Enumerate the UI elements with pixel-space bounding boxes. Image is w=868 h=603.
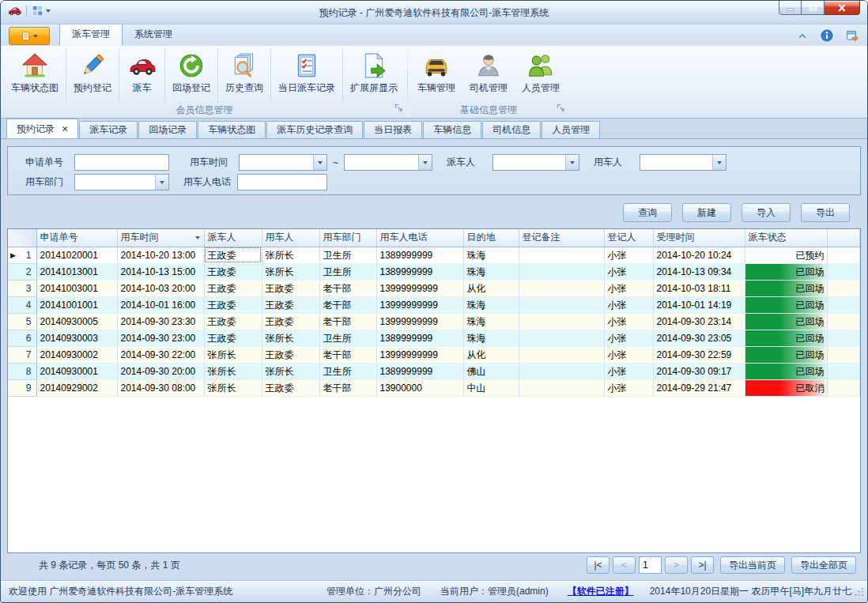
cell-registrar[interactable]: 小张 (604, 263, 653, 280)
column-filter-arrow-icon[interactable] (195, 236, 200, 239)
row-number-cell[interactable]: 2 (8, 263, 36, 280)
row-number-cell[interactable]: 3 (8, 280, 36, 296)
cell-dest[interactable]: 中山 (463, 379, 519, 396)
export-all-pages-button[interactable]: 导出全部页 (791, 556, 856, 574)
time-to-combo[interactable] (344, 154, 432, 171)
cell-registrar[interactable]: 小张 (604, 313, 653, 330)
dept-combo[interactable] (74, 174, 169, 190)
cell-user[interactable]: 张所长 (262, 247, 319, 263)
cell-user[interactable]: 王政委 (262, 346, 319, 363)
cell-dept[interactable]: 卫生所 (319, 330, 376, 346)
row-number-cell[interactable]: 9 (8, 379, 36, 396)
cell-user[interactable]: 王政委 (262, 296, 319, 313)
cell-phone[interactable]: 13999999999 (376, 296, 463, 313)
cell-dept[interactable]: 卫生所 (319, 363, 376, 379)
column-header-user[interactable]: 用车人 (262, 229, 319, 247)
minimize-button[interactable] (779, 0, 802, 15)
column-header-phone[interactable]: 用车人电话 (376, 229, 463, 247)
first-page-button[interactable]: |< (587, 556, 609, 574)
ribbon-button-history-query[interactable]: 历史查询 (217, 48, 270, 103)
cell-dispatcher[interactable]: 王政委 (204, 313, 262, 330)
ribbon-button-today-dispatch-records[interactable]: 当日派车记录 (270, 48, 342, 103)
cell-phone[interactable]: 13999999999 (376, 313, 463, 330)
cell-remark[interactable] (519, 263, 604, 280)
cell-phone[interactable]: 1389999999 (376, 263, 463, 280)
dispatcher-value[interactable] (493, 155, 565, 170)
cell-time[interactable]: 2014-10-03 20:00 (117, 280, 204, 296)
cell-remark[interactable] (519, 247, 604, 263)
cell-dest[interactable]: 从化 (463, 346, 519, 363)
export-current-page-button[interactable]: 导出当前页 (720, 556, 785, 574)
cell-accepted[interactable]: 2014-09-30 23:05 (653, 330, 745, 346)
ribbon-button-reservation-register[interactable]: 预约登记 (66, 48, 119, 103)
row-number-cell[interactable]: 4 (8, 296, 36, 313)
doc-tab-2[interactable]: 派车记录 (79, 121, 138, 138)
cell-user[interactable]: 张所长 (262, 363, 319, 379)
license-registered-link[interactable]: 【软件已注册】 (568, 585, 634, 598)
cell-accepted[interactable]: 2014-09-30 23:14 (653, 313, 745, 330)
export-button[interactable]: 导出 (801, 203, 850, 222)
cell-dest[interactable]: 珠海 (463, 263, 519, 280)
cell-remark[interactable] (519, 296, 604, 313)
doc-tab-3[interactable]: 回场记录 (138, 121, 197, 138)
last-page-button[interactable]: >| (691, 556, 714, 574)
close-tab-icon[interactable]: × (62, 125, 68, 133)
about-window-icon[interactable] (846, 29, 859, 42)
cell-order[interactable]: 20140930005 (36, 313, 117, 330)
cell-status[interactable]: 已回场 (745, 280, 827, 296)
doc-tab-1[interactable]: 预约记录× (6, 119, 78, 138)
cell-remark[interactable] (519, 379, 604, 396)
cell-phone[interactable]: 1389999999 (376, 247, 463, 263)
cell-phone[interactable]: 1389999999 (376, 363, 463, 379)
user-phone-input[interactable] (237, 174, 327, 190)
cell-time[interactable]: 2014-09-30 23:00 (117, 330, 204, 346)
dispatcher-combo[interactable] (492, 154, 579, 171)
cell-time[interactable]: 2014-10-13 15:00 (117, 263, 204, 280)
cell-status[interactable]: 已取消 (745, 379, 827, 396)
cell-registrar[interactable]: 小张 (604, 330, 653, 346)
column-header-order[interactable]: 申请单号 (36, 229, 117, 247)
cell-dept[interactable]: 老干部 (319, 346, 376, 363)
time-from-value[interactable] (240, 155, 313, 170)
cell-accepted[interactable]: 2014-10-01 14:19 (653, 296, 745, 313)
new-button[interactable]: 新建 (682, 203, 731, 222)
cell-time[interactable]: 2014-10-01 16:00 (117, 296, 204, 313)
column-header-time[interactable]: 用车时间 (117, 229, 204, 247)
ribbon-button-extended-screen[interactable]: 扩展屏显示 (342, 48, 405, 103)
cell-time[interactable]: 2014-09-30 22:00 (117, 346, 204, 363)
column-header-remark[interactable]: 登记备注 (519, 229, 604, 247)
combo-dropdown-button[interactable] (565, 155, 579, 170)
doc-tab-5[interactable]: 派车历史记录查询 (266, 121, 363, 138)
dialog-launcher-icon[interactable] (394, 104, 403, 115)
cell-user[interactable]: 王政委 (262, 280, 319, 296)
cell-registrar[interactable]: 小张 (604, 280, 653, 296)
cell-user[interactable]: 张所长 (262, 263, 319, 280)
cell-dept[interactable]: 卫生所 (319, 263, 376, 280)
cell-status[interactable]: 已回场 (745, 330, 827, 346)
close-button[interactable] (825, 0, 860, 15)
cell-phone[interactable]: 13999999999 (376, 346, 463, 363)
combo-dropdown-button[interactable] (313, 155, 326, 170)
order-no-input[interactable] (74, 154, 169, 171)
cell-registrar[interactable]: 小张 (604, 247, 653, 263)
row-number-cell[interactable]: 7 (8, 346, 36, 363)
column-header-registrar[interactable]: 登记人 (604, 229, 653, 247)
cell-dept[interactable]: 老干部 (319, 313, 376, 330)
application-menu-button[interactable] (9, 27, 50, 45)
combo-dropdown-button[interactable] (712, 155, 726, 170)
page-number-input[interactable] (639, 556, 662, 574)
cell-status[interactable]: 已回场 (745, 363, 827, 379)
cell-time[interactable]: 2014-10-20 13:00 (117, 247, 204, 263)
cell-dispatcher[interactable]: 王政委 (204, 296, 262, 313)
combo-dropdown-button[interactable] (155, 175, 168, 190)
ribbon-tab-dispatch-management[interactable]: 派车管理 (59, 23, 123, 46)
cell-dest[interactable]: 珠海 (463, 296, 519, 313)
doc-tab-6[interactable]: 当日报表 (364, 121, 422, 138)
import-button[interactable]: 导入 (742, 203, 791, 222)
cell-dept[interactable]: 老干部 (319, 296, 376, 313)
ribbon-button-driver-management[interactable]: 司机管理 (462, 48, 515, 103)
car-user-combo[interactable] (640, 154, 726, 171)
time-to-value[interactable] (345, 155, 418, 170)
ribbon-tab-system-management[interactable]: 系统管理 (123, 24, 184, 46)
cell-order[interactable]: 20141001001 (36, 296, 117, 313)
